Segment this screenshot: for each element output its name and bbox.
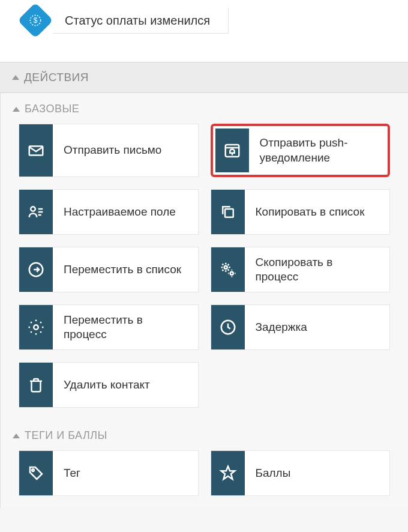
svg-text:$: $: [34, 16, 38, 25]
tile-label: Отправить push-уведомление: [249, 128, 386, 172]
actions-section-content: БАЗОВЫЕ Отправить письмо Отправить push-…: [0, 93, 408, 508]
envelope-icon: [19, 124, 53, 177]
svg-rect-5: [225, 209, 233, 217]
move-to-list-tile[interactable]: Переместить в список: [19, 247, 199, 292]
svg-point-9: [34, 325, 38, 330]
tile-label: Настраиваемое поле: [53, 190, 198, 234]
bell-window-icon: [215, 128, 249, 172]
subsection-title: ТЕГИ И БАЛЛЫ: [25, 429, 107, 442]
collapse-icon: [12, 75, 19, 80]
svg-point-8: [230, 272, 233, 275]
svg-point-7: [224, 266, 227, 269]
gears-icon: [211, 247, 245, 292]
basic-actions-grid: Отправить письмо Отправить push-уведомле…: [1, 124, 408, 420]
dollar-diamond-icon: $: [18, 3, 53, 38]
tile-label: Скопировать в процесс: [245, 247, 390, 292]
copy-to-list-tile[interactable]: Копировать в список: [211, 189, 391, 235]
svg-point-4: [31, 207, 35, 212]
trash-icon: [19, 363, 53, 407]
send-push-tile[interactable]: Отправить push-уведомление: [211, 124, 391, 177]
trigger-payment-status[interactable]: $ Статус оплаты изменился: [18, 0, 408, 50]
collapse-icon: [13, 107, 20, 112]
triggers-section: $ Статус оплаты изменился: [0, 0, 408, 62]
tile-label: Баллы: [245, 451, 390, 495]
tile-label: Переместить в список: [53, 247, 198, 292]
user-lines-icon: [19, 190, 53, 234]
svg-point-11: [32, 470, 34, 472]
copy-icon: [211, 190, 245, 234]
collapse-icon: [13, 434, 20, 438]
gear-icon: [19, 305, 53, 349]
tag-icon: [19, 451, 53, 495]
delay-tile[interactable]: Задержка: [211, 304, 391, 350]
tags-scores-subsection-header[interactable]: ТЕГИ И БАЛЛЫ: [1, 420, 408, 450]
arrow-circle-icon: [19, 247, 53, 292]
delete-contact-tile[interactable]: Удалить контакт: [19, 362, 199, 408]
tile-label: Переместить в процесс: [53, 305, 198, 349]
scores-tile[interactable]: Баллы: [211, 450, 391, 496]
custom-field-tile[interactable]: Настраиваемое поле: [19, 189, 199, 235]
tile-label: Тег: [53, 451, 198, 495]
tile-label: Удалить контакт: [53, 363, 198, 407]
basic-subsection-header[interactable]: БАЗОВЫЕ: [1, 93, 408, 124]
trigger-label: Статус оплаты изменился: [53, 8, 229, 34]
subsection-title: БАЗОВЫЕ: [25, 103, 79, 115]
tag-tile[interactable]: Тег: [19, 450, 199, 496]
actions-section-header[interactable]: ДЕЙСТВИЯ: [0, 62, 408, 93]
tags-scores-grid: Тег Баллы: [1, 450, 408, 508]
tile-label: Задержка: [245, 305, 390, 349]
send-email-tile[interactable]: Отправить письмо: [19, 124, 199, 177]
tile-label: Копировать в список: [245, 190, 390, 234]
copy-to-process-tile[interactable]: Скопировать в процесс: [211, 247, 391, 292]
star-icon: [211, 451, 245, 495]
clock-icon: [211, 305, 245, 349]
section-title: ДЕЙСТВИЯ: [24, 71, 89, 84]
move-to-process-tile[interactable]: Переместить в процесс: [19, 304, 199, 350]
tile-label: Отправить письмо: [53, 124, 198, 177]
